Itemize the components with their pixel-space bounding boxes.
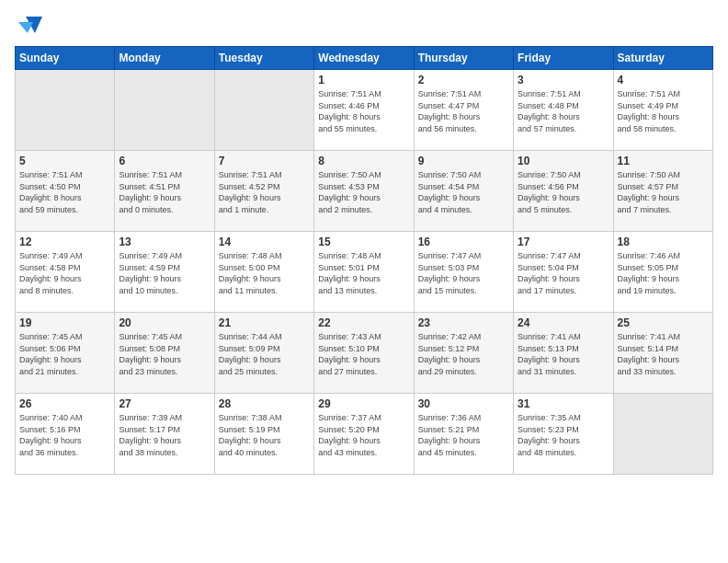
day-number: 19 bbox=[19, 316, 110, 329]
day-number: 20 bbox=[119, 316, 210, 329]
day-cell: 29Sunrise: 7:37 AM Sunset: 5:20 PM Dayli… bbox=[314, 394, 414, 475]
day-number: 28 bbox=[219, 397, 310, 410]
day-info: Sunrise: 7:46 AM Sunset: 5:05 PM Dayligh… bbox=[618, 250, 709, 296]
day-cell bbox=[16, 70, 115, 151]
svg-marker-1 bbox=[18, 22, 33, 33]
day-cell: 7Sunrise: 7:51 AM Sunset: 4:52 PM Daylig… bbox=[214, 151, 313, 232]
day-number: 5 bbox=[19, 155, 110, 167]
calendar-table: SundayMondayTuesdayWednesdayThursdayFrid… bbox=[15, 46, 713, 475]
day-info: Sunrise: 7:43 AM Sunset: 5:10 PM Dayligh… bbox=[318, 331, 409, 377]
day-cell: 27Sunrise: 7:39 AM Sunset: 5:17 PM Dayli… bbox=[115, 394, 214, 475]
day-number: 26 bbox=[19, 397, 110, 410]
day-cell: 10Sunrise: 7:50 AM Sunset: 4:56 PM Dayli… bbox=[514, 151, 613, 232]
day-info: Sunrise: 7:50 AM Sunset: 4:54 PM Dayligh… bbox=[418, 169, 509, 215]
day-info: Sunrise: 7:41 AM Sunset: 5:14 PM Dayligh… bbox=[618, 331, 709, 377]
day-number: 10 bbox=[518, 155, 609, 167]
day-number: 24 bbox=[518, 316, 609, 329]
day-info: Sunrise: 7:47 AM Sunset: 5:04 PM Dayligh… bbox=[518, 250, 609, 296]
day-info: Sunrise: 7:37 AM Sunset: 5:20 PM Dayligh… bbox=[318, 412, 409, 458]
day-cell: 24Sunrise: 7:41 AM Sunset: 5:13 PM Dayli… bbox=[514, 313, 613, 394]
week-row-3: 12Sunrise: 7:49 AM Sunset: 4:58 PM Dayli… bbox=[16, 232, 713, 313]
week-row-1: 1Sunrise: 7:51 AM Sunset: 4:46 PM Daylig… bbox=[16, 70, 713, 151]
day-cell: 2Sunrise: 7:51 AM Sunset: 4:47 PM Daylig… bbox=[414, 70, 513, 151]
day-cell: 25Sunrise: 7:41 AM Sunset: 5:14 PM Dayli… bbox=[613, 313, 712, 394]
header-row: SundayMondayTuesdayWednesdayThursdayFrid… bbox=[16, 47, 713, 70]
week-row-5: 26Sunrise: 7:40 AM Sunset: 5:16 PM Dayli… bbox=[16, 394, 713, 475]
day-number: 25 bbox=[618, 316, 709, 329]
day-cell: 1Sunrise: 7:51 AM Sunset: 4:46 PM Daylig… bbox=[314, 70, 414, 151]
header-tuesday: Tuesday bbox=[214, 47, 313, 70]
day-cell: 18Sunrise: 7:46 AM Sunset: 5:05 PM Dayli… bbox=[613, 232, 712, 313]
day-cell bbox=[613, 394, 712, 475]
day-number: 13 bbox=[119, 236, 210, 248]
day-cell: 26Sunrise: 7:40 AM Sunset: 5:16 PM Dayli… bbox=[16, 394, 115, 475]
day-number: 14 bbox=[219, 236, 310, 248]
day-info: Sunrise: 7:44 AM Sunset: 5:09 PM Dayligh… bbox=[219, 331, 310, 377]
day-cell: 22Sunrise: 7:43 AM Sunset: 5:10 PM Dayli… bbox=[314, 313, 414, 394]
day-info: Sunrise: 7:51 AM Sunset: 4:50 PM Dayligh… bbox=[19, 169, 110, 215]
day-info: Sunrise: 7:45 AM Sunset: 5:08 PM Dayligh… bbox=[119, 331, 210, 377]
day-info: Sunrise: 7:49 AM Sunset: 4:58 PM Dayligh… bbox=[19, 250, 110, 296]
day-info: Sunrise: 7:50 AM Sunset: 4:57 PM Dayligh… bbox=[618, 169, 709, 215]
day-cell: 4Sunrise: 7:51 AM Sunset: 4:49 PM Daylig… bbox=[613, 70, 712, 151]
day-number: 29 bbox=[318, 397, 409, 410]
day-info: Sunrise: 7:51 AM Sunset: 4:52 PM Dayligh… bbox=[219, 169, 310, 215]
day-number: 12 bbox=[19, 236, 110, 248]
day-info: Sunrise: 7:50 AM Sunset: 4:56 PM Dayligh… bbox=[518, 169, 609, 215]
header-friday: Friday bbox=[514, 47, 613, 70]
day-number: 23 bbox=[418, 316, 509, 329]
day-cell bbox=[214, 70, 313, 151]
day-cell: 17Sunrise: 7:47 AM Sunset: 5:04 PM Dayli… bbox=[514, 232, 613, 313]
day-number: 17 bbox=[518, 236, 609, 248]
day-cell: 16Sunrise: 7:47 AM Sunset: 5:03 PM Dayli… bbox=[414, 232, 513, 313]
day-info: Sunrise: 7:41 AM Sunset: 5:13 PM Dayligh… bbox=[518, 331, 609, 377]
day-cell: 23Sunrise: 7:42 AM Sunset: 5:12 PM Dayli… bbox=[414, 313, 513, 394]
day-info: Sunrise: 7:47 AM Sunset: 5:03 PM Dayligh… bbox=[418, 250, 509, 296]
day-cell: 11Sunrise: 7:50 AM Sunset: 4:57 PM Dayli… bbox=[613, 151, 712, 232]
day-info: Sunrise: 7:51 AM Sunset: 4:48 PM Dayligh… bbox=[518, 88, 609, 134]
day-cell bbox=[115, 70, 214, 151]
day-info: Sunrise: 7:51 AM Sunset: 4:51 PM Dayligh… bbox=[119, 169, 210, 215]
day-cell: 31Sunrise: 7:35 AM Sunset: 5:23 PM Dayli… bbox=[514, 394, 613, 475]
day-cell: 19Sunrise: 7:45 AM Sunset: 5:06 PM Dayli… bbox=[16, 313, 115, 394]
day-cell: 8Sunrise: 7:50 AM Sunset: 4:53 PM Daylig… bbox=[314, 151, 414, 232]
day-cell: 28Sunrise: 7:38 AM Sunset: 5:19 PM Dayli… bbox=[214, 394, 313, 475]
day-info: Sunrise: 7:48 AM Sunset: 5:01 PM Dayligh… bbox=[318, 250, 409, 296]
day-info: Sunrise: 7:48 AM Sunset: 5:00 PM Dayligh… bbox=[219, 250, 310, 296]
day-cell: 14Sunrise: 7:48 AM Sunset: 5:00 PM Dayli… bbox=[214, 232, 313, 313]
day-cell: 6Sunrise: 7:51 AM Sunset: 4:51 PM Daylig… bbox=[115, 151, 214, 232]
day-number: 16 bbox=[418, 236, 509, 248]
day-cell: 21Sunrise: 7:44 AM Sunset: 5:09 PM Dayli… bbox=[214, 313, 313, 394]
day-number: 9 bbox=[418, 155, 509, 167]
day-number: 21 bbox=[219, 316, 310, 329]
day-info: Sunrise: 7:51 AM Sunset: 4:47 PM Dayligh… bbox=[418, 88, 509, 134]
day-number: 31 bbox=[518, 397, 609, 410]
header-sunday: Sunday bbox=[16, 47, 115, 70]
logo-icon bbox=[17, 15, 44, 35]
day-cell: 20Sunrise: 7:45 AM Sunset: 5:08 PM Dayli… bbox=[115, 313, 214, 394]
day-info: Sunrise: 7:39 AM Sunset: 5:17 PM Dayligh… bbox=[119, 412, 210, 458]
day-number: 8 bbox=[318, 155, 409, 167]
day-info: Sunrise: 7:42 AM Sunset: 5:12 PM Dayligh… bbox=[418, 331, 509, 377]
page-header bbox=[15, 15, 713, 35]
day-number: 3 bbox=[518, 74, 609, 86]
day-info: Sunrise: 7:35 AM Sunset: 5:23 PM Dayligh… bbox=[518, 412, 609, 458]
logo bbox=[15, 15, 44, 35]
day-number: 30 bbox=[418, 397, 509, 410]
week-row-2: 5Sunrise: 7:51 AM Sunset: 4:50 PM Daylig… bbox=[16, 151, 713, 232]
day-number: 1 bbox=[318, 74, 409, 86]
day-number: 11 bbox=[618, 155, 709, 167]
day-cell: 30Sunrise: 7:36 AM Sunset: 5:21 PM Dayli… bbox=[414, 394, 513, 475]
day-info: Sunrise: 7:51 AM Sunset: 4:46 PM Dayligh… bbox=[318, 88, 409, 134]
day-cell: 5Sunrise: 7:51 AM Sunset: 4:50 PM Daylig… bbox=[16, 151, 115, 232]
day-number: 15 bbox=[318, 236, 409, 248]
day-number: 7 bbox=[219, 155, 310, 167]
day-cell: 3Sunrise: 7:51 AM Sunset: 4:48 PM Daylig… bbox=[514, 70, 613, 151]
day-info: Sunrise: 7:45 AM Sunset: 5:06 PM Dayligh… bbox=[19, 331, 110, 377]
header-wednesday: Wednesday bbox=[314, 47, 414, 70]
week-row-4: 19Sunrise: 7:45 AM Sunset: 5:06 PM Dayli… bbox=[16, 313, 713, 394]
day-cell: 15Sunrise: 7:48 AM Sunset: 5:01 PM Dayli… bbox=[314, 232, 414, 313]
header-saturday: Saturday bbox=[613, 47, 712, 70]
day-number: 22 bbox=[318, 316, 409, 329]
day-number: 4 bbox=[618, 74, 709, 86]
